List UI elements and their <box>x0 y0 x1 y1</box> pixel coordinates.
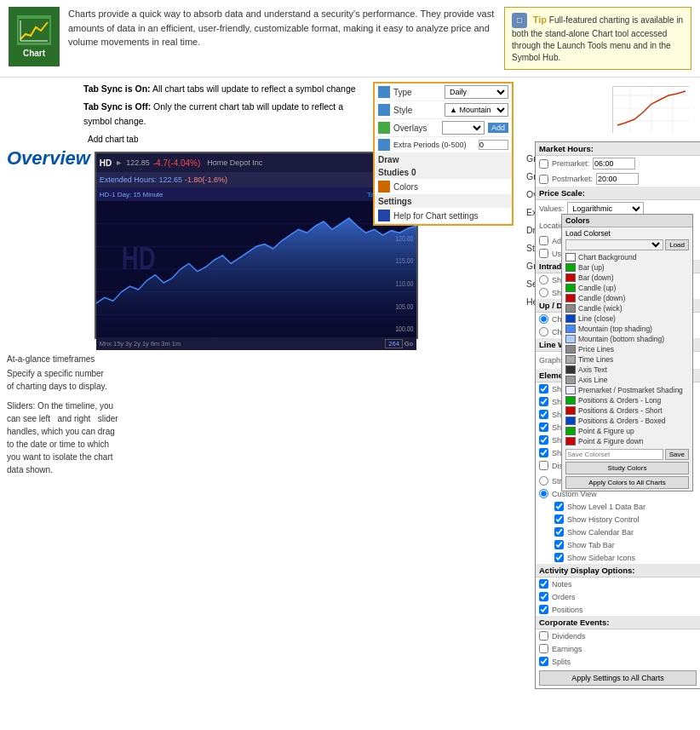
show-tab-cb[interactable] <box>554 540 564 549</box>
adjust-checkbox[interactable] <box>539 236 548 245</box>
show-range-cb[interactable] <box>539 448 548 457</box>
positions-cb[interactable] <box>539 605 548 614</box>
icon-label: Chart <box>23 49 45 58</box>
color-panel-title: Colors <box>562 215 692 227</box>
intraday-entire-radio[interactable] <box>539 275 548 285</box>
label-chart-background: Chart Background <box>578 253 637 262</box>
tip-box: □ Tip Full-featured charting is availabl… <box>504 7 691 70</box>
chart-extended: Extended Hours: 122.65 <box>100 175 182 184</box>
swatch-candle-down[interactable] <box>565 294 576 302</box>
change-close-radio[interactable] <box>539 327 548 336</box>
colorset-select[interactable] <box>565 239 663 250</box>
label-candle-wick: Candle (wick) <box>578 304 623 313</box>
show-level1-label: Show Level 1 Data Bar <box>567 503 645 511</box>
tf-15y[interactable]: 15y <box>113 340 123 348</box>
apply-settings-btn[interactable]: Apply Settings to All Charts <box>539 670 697 686</box>
swatch-candle-wick[interactable] <box>565 304 576 313</box>
swatch-premarket[interactable] <box>565 386 576 394</box>
studies-row[interactable]: Studies 0 <box>375 166 512 179</box>
apply-colors-btn[interactable]: Apply Colors to All Charts <box>565 476 689 489</box>
swatch-bar-down[interactable] <box>565 273 576 282</box>
color-items-list: Chart Background Bar (up) Bar (down) Can… <box>565 252 689 446</box>
swatch-pf-up[interactable] <box>565 427 576 435</box>
show-lasttrade-cb[interactable] <box>539 422 548 432</box>
overlays-select[interactable] <box>442 121 485 135</box>
premarket-checkbox[interactable] <box>539 159 548 169</box>
show-pricelines-cb[interactable] <box>539 397 548 406</box>
swatch-time-lines[interactable] <box>565 355 576 364</box>
swatch-candle-up[interactable] <box>565 284 576 292</box>
specific-days-annotation: Specify a specific numberof charting day… <box>7 367 360 393</box>
show-history-cb[interactable] <box>554 514 564 524</box>
label-bar-down: Bar (down) <box>578 273 614 282</box>
premarket-input[interactable] <box>593 158 635 170</box>
help-row[interactable]: Help for Chart settings <box>375 208 512 224</box>
swatch-chart-background[interactable] <box>565 253 576 262</box>
show-chartkeys-cb[interactable] <box>539 410 548 419</box>
label-pos-short: Positions & Orders - Short <box>578 406 663 415</box>
tf-2y[interactable]: 2y <box>134 340 141 348</box>
swatch-price-lines[interactable] <box>565 345 576 354</box>
settings-row[interactable]: Settings <box>375 195 512 208</box>
swatch-bar-up[interactable] <box>565 263 576 272</box>
tf-1m[interactable]: 1m <box>172 340 181 348</box>
swatch-mtn-bottom[interactable] <box>565 335 576 343</box>
postmarket-input[interactable] <box>596 173 639 185</box>
save-colorset-btn[interactable]: Save <box>665 449 689 460</box>
colors-row[interactable]: Colors <box>375 179 512 195</box>
draw-row[interactable]: Draw <box>375 153 512 166</box>
type-select[interactable]: Daily <box>445 85 508 99</box>
custom-radio[interactable] <box>539 489 548 498</box>
show-calendar-cb[interactable] <box>554 527 564 537</box>
save-colorset-input[interactable] <box>565 449 663 460</box>
settings-style-row[interactable]: Style ▲ Mountain <box>375 101 512 119</box>
show-timelines-cb[interactable] <box>539 384 548 394</box>
chart-name: Home Depot Inc <box>207 158 262 167</box>
load-colorset-btn[interactable]: Load <box>665 239 689 250</box>
style-select[interactable]: ▲ Mountain <box>445 103 508 117</box>
show-level1-cb[interactable] <box>554 502 564 511</box>
show-crosshair-cb[interactable] <box>539 461 548 470</box>
tf-3m[interactable]: 3m <box>161 340 169 348</box>
swatch-axis-line[interactable] <box>565 376 576 384</box>
swatch-line-close[interactable] <box>565 314 576 323</box>
overlays-add-btn[interactable]: Add <box>488 123 508 133</box>
chart-change: -4.7(-4.04%) <box>153 158 201 168</box>
earnings-cb[interactable] <box>539 644 548 653</box>
help-label: Help for Chart settings <box>393 211 508 221</box>
chart-price-label: 122.85 <box>126 158 150 167</box>
settings-extraperiods-row[interactable]: Extra Periods (0-500) <box>375 137 512 153</box>
tf-6m[interactable]: 6m <box>151 340 159 348</box>
streamlined-radio[interactable] <box>539 476 548 486</box>
settings-type-row[interactable]: Type Daily <box>375 83 512 101</box>
extraperiods-input[interactable] <box>479 140 508 150</box>
intraday-through-radio[interactable] <box>539 288 548 297</box>
postmarket-checkbox[interactable] <box>539 175 548 184</box>
study-colors-btn[interactable]: Study Colors <box>565 462 689 474</box>
tf-mnx[interactable]: Mnx <box>100 340 112 348</box>
add-chart-top-label: Add chart tab <box>88 135 138 144</box>
style-label: Style <box>393 106 441 115</box>
swatch-pos-short[interactable] <box>565 406 576 415</box>
tf-1y[interactable]: 1y <box>142 340 149 348</box>
label-pos-long: Positions & Orders - Long <box>578 396 661 405</box>
swatch-pos-boxed[interactable] <box>565 417 576 425</box>
splits-cb[interactable] <box>539 657 548 666</box>
chart-gs: ► <box>115 158 123 167</box>
use-price-checkbox[interactable] <box>539 249 548 258</box>
tf-3y[interactable]: 3y <box>125 340 132 348</box>
swatch-axis-text[interactable] <box>565 365 576 374</box>
change-open-radio[interactable] <box>539 314 548 324</box>
show-watermark-cb[interactable] <box>539 435 548 445</box>
swatch-mtn-top[interactable] <box>565 325 576 333</box>
sync-off: Tab Sync is Off: Only the current chart … <box>83 100 360 129</box>
show-sidebar-cb[interactable] <box>554 553 564 562</box>
orders-cb[interactable] <box>539 592 548 601</box>
notes-cb[interactable] <box>539 579 548 589</box>
chart-symbol: HD <box>100 158 112 168</box>
overlays-icon <box>378 122 390 134</box>
swatch-pos-long[interactable] <box>565 396 576 405</box>
dividends-cb[interactable] <box>539 631 548 641</box>
settings-overlays-row[interactable]: Overlays Add <box>375 119 512 137</box>
swatch-pf-down[interactable] <box>565 437 576 445</box>
